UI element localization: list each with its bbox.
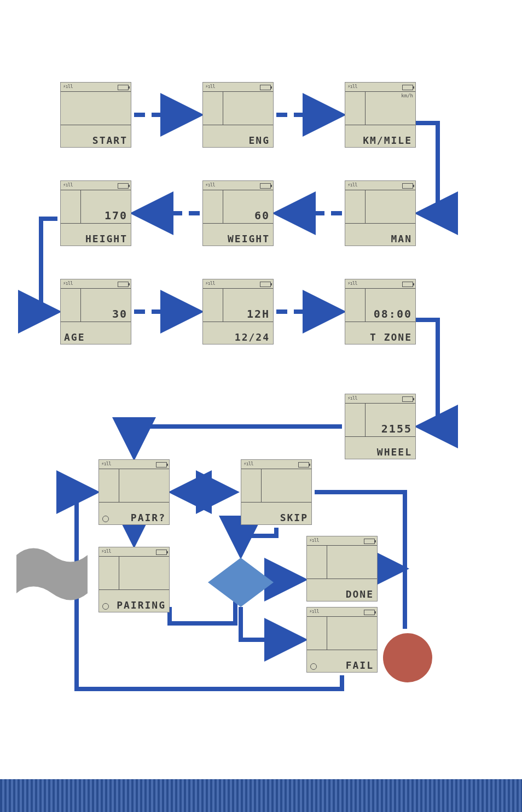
pair-icon (102, 603, 109, 610)
screen-tzone: ⚡ıll08:00T ZONE (345, 279, 416, 344)
screen-value: 2155 (381, 422, 412, 435)
screen-value: 30 (112, 307, 127, 320)
signal-icon: ⚡ıll (63, 182, 73, 188)
signal-icon: ⚡ıll (347, 281, 357, 286)
battery-icon (402, 183, 413, 189)
battery-icon (260, 85, 271, 90)
battery-icon (118, 282, 129, 287)
screen-pair: ⚡ıllPAIR? (98, 459, 170, 525)
signal-icon: ⚡ıll (347, 84, 357, 89)
document-shape (16, 547, 88, 601)
screen-label: WEIGHT (228, 233, 270, 244)
screen-label: PAIR? (131, 512, 166, 523)
battery-icon (298, 462, 309, 468)
terminator-circle (383, 633, 432, 682)
screen-label: MAN (391, 233, 412, 244)
screen-value: 60 (254, 209, 270, 222)
screen-done: ⚡ıllDONE (306, 536, 378, 601)
signal-icon: ⚡ıll (101, 461, 111, 466)
screen-start: ⚡ıllSTART (60, 82, 131, 148)
screen-value: 12H (247, 307, 270, 320)
battery-icon (364, 610, 375, 615)
signal-icon: ⚡ıll (205, 182, 215, 188)
screen-label: WHEEL (377, 446, 412, 458)
signal-icon: ⚡ıll (347, 395, 357, 401)
battery-icon (156, 462, 167, 468)
signal-icon: ⚡ıll (63, 281, 73, 286)
screen-label: T ZONE (370, 331, 412, 343)
screen-label: AGE (64, 331, 85, 343)
svg-marker-11 (208, 558, 274, 607)
screen-label: 12/24 (235, 331, 270, 343)
battery-icon (402, 85, 413, 90)
signal-icon: ⚡ıll (309, 538, 319, 543)
signal-icon: ⚡ıll (205, 84, 215, 89)
decision-diamond (208, 558, 274, 607)
screen-pairing: ⚡ıllPAIRING (98, 547, 170, 612)
screen-value: 08:00 (374, 307, 412, 320)
signal-icon: ⚡ıll (63, 84, 73, 89)
screen-label: ENG (248, 135, 270, 146)
battery-icon (260, 183, 271, 189)
footer-pattern (0, 779, 522, 812)
screen-label: KM/MILE (363, 135, 412, 146)
signal-icon: ⚡ıll (101, 548, 111, 554)
signal-icon: ⚡ıll (309, 609, 319, 614)
screen-skip: ⚡ıllSKIP (241, 459, 312, 525)
screen-eng: ⚡ıllENG (202, 82, 274, 148)
screen-wheel: ⚡ıll2155WHEEL (345, 394, 416, 459)
battery-icon (402, 396, 413, 402)
screen-height: ⚡ıll170HEIGHT (60, 180, 131, 246)
screen-label: SKIP (280, 512, 308, 523)
screen-label: FAIL (346, 659, 374, 671)
screen-label: HEIGHT (85, 233, 127, 244)
signal-icon: ⚡ıll (205, 281, 215, 286)
unit-label: km/h (401, 93, 413, 98)
screen-label: DONE (346, 588, 374, 600)
battery-icon (260, 282, 271, 287)
screen-age: ⚡ıll30AGE (60, 279, 131, 344)
screen-h12: ⚡ıll12H12/24 (202, 279, 274, 344)
screen-value: 170 (105, 209, 127, 222)
screen-fail: ⚡ıllFAIL (306, 607, 378, 673)
screen-man: ⚡ıllMAN (345, 180, 416, 246)
signal-icon: ⚡ıll (347, 182, 357, 188)
screen-label: PAIRING (117, 599, 166, 611)
screen-label: START (92, 135, 127, 146)
screen-weight: ⚡ıll60WEIGHT (202, 180, 274, 246)
pair-icon (310, 663, 317, 670)
signal-icon: ⚡ıll (243, 461, 253, 466)
battery-icon (156, 550, 167, 555)
pair-icon (102, 516, 109, 522)
screen-kmmile: ⚡ıllkm/hKM/MILE (345, 82, 416, 148)
battery-icon (118, 183, 129, 189)
battery-icon (402, 282, 413, 287)
battery-icon (118, 85, 129, 90)
battery-icon (364, 539, 375, 544)
